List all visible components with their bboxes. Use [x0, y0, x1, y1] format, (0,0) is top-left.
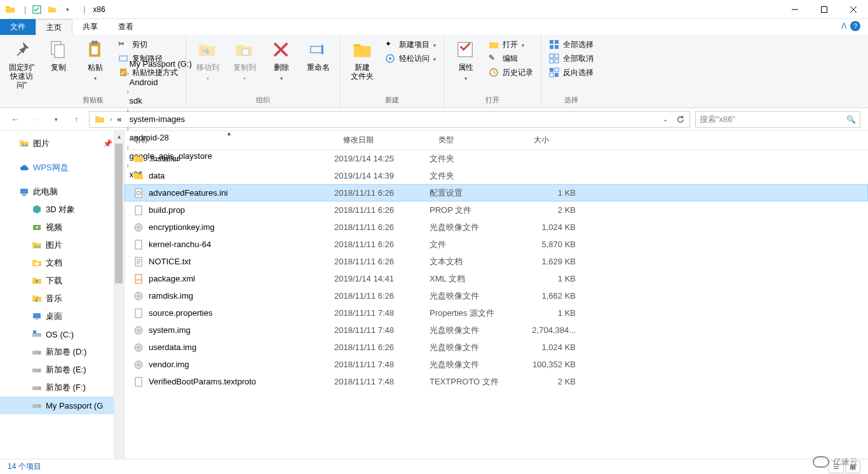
scroll-up-icon[interactable]: ▴ [114, 131, 124, 141]
new-item-button[interactable]: ✦新建项目 ▾ [381, 37, 440, 51]
file-type: 文本文档 [430, 256, 525, 267]
sidebar-item[interactable]: 新加卷 (D:) [0, 343, 124, 361]
file-row[interactable]: system.img2018/11/11 7:48光盘映像文件2,704,384… [125, 322, 868, 339]
file-type: 文件夹 [430, 153, 525, 165]
chevron-right-icon[interactable]: › [126, 107, 130, 114]
address-bar[interactable]: › « My Passport (G:)›Android›sdk›system-… [89, 111, 690, 128]
select-none-button[interactable]: 全部取消 [545, 51, 597, 65]
tab-view[interactable]: 查看 [108, 19, 144, 35]
svg-rect-21 [550, 40, 553, 44]
easy-access-button[interactable]: 轻松访问 ▾ [381, 51, 440, 65]
file-row[interactable]: ramdisk.img2018/11/11 6:26光盘映像文件1,662 KB [125, 287, 868, 304]
open-button[interactable]: 打开 ▾ [485, 37, 537, 51]
column-size[interactable]: 大小 [525, 131, 588, 149]
sidebar-scrollbar[interactable]: ▴ ▾ [114, 131, 124, 471]
breadcrumb-overflow[interactable]: « [113, 112, 125, 127]
file-date: 2018/11/11 6:26 [334, 257, 430, 266]
svg-point-56 [138, 226, 140, 228]
file-row[interactable]: .installer2019/1/14 14:25文件夹 [125, 150, 868, 167]
disc-icon [133, 291, 144, 301]
help-icon[interactable]: ? [850, 21, 860, 31]
sidebar-item-label: 下载 [46, 275, 62, 287]
tab-share[interactable]: 共享 [72, 19, 108, 35]
sidebar-item[interactable]: 文档 [0, 254, 124, 272]
paste-icon [85, 40, 105, 60]
recent-locations-button[interactable]: ▾ [48, 112, 64, 127]
qat-folder-icon[interactable] [45, 3, 59, 17]
sidebar-item[interactable]: 新加卷 (E:) [0, 361, 124, 379]
qat-dropdown-icon[interactable]: ▾ [60, 3, 74, 17]
maximize-button[interactable] [810, 0, 839, 19]
close-button[interactable] [839, 0, 868, 19]
file-row[interactable]: advancedFeatures.ini2018/11/11 6:26配置设置1… [125, 184, 868, 201]
svg-rect-31 [550, 73, 553, 77]
sidebar-item[interactable]: 桌面 [0, 308, 124, 325]
chevron-right-icon[interactable]: › [126, 70, 130, 77]
sidebar-item[interactable]: WPS网盘 [0, 159, 124, 177]
file-row[interactable]: data2019/1/14 14:39文件夹 [125, 167, 868, 184]
paste-button[interactable]: 粘贴 ▾ [78, 37, 113, 84]
cut-button[interactable]: ✂剪切 [114, 37, 182, 51]
file-row[interactable]: kernel-ranchu-642018/11/11 6:26文件5,870 K… [125, 236, 868, 253]
copy-to-button[interactable]: 复制到▾ [227, 37, 262, 84]
docs-icon [32, 258, 42, 268]
sidebar-item[interactable]: My Passport (G [0, 396, 124, 414]
new-folder-button[interactable]: 新建 文件夹 [344, 37, 380, 83]
breadcrumb-segment[interactable]: Android [126, 78, 216, 87]
file-row[interactable]: vendor.img2018/11/11 7:48光盘映像文件100,352 K… [125, 356, 868, 373]
scroll-thumb[interactable] [115, 144, 123, 283]
sidebar-item[interactable]: 此电脑 [0, 183, 124, 201]
file-row[interactable]: build.prop2018/11/11 6:26PROP 文件2 KB [125, 201, 868, 219]
svg-point-18 [389, 57, 391, 60]
sidebar-item[interactable]: 新加卷 (F:) [0, 379, 124, 396]
search-box[interactable]: 🔍 [695, 111, 860, 128]
file-row[interactable]: xmlpackage.xml2019/1/14 14:41XML 文档1 KB [125, 270, 868, 287]
svg-rect-22 [555, 40, 559, 44]
sidebar-item[interactable]: 3D 对象 [0, 201, 124, 219]
back-button[interactable]: ← [8, 112, 23, 127]
breadcrumb-root[interactable] [91, 112, 109, 127]
column-name[interactable]: ▲名称 [125, 131, 334, 149]
refresh-button[interactable] [673, 112, 688, 127]
tab-home[interactable]: 主页 [36, 19, 72, 35]
file-row[interactable]: encryptionkey.img2018/11/11 6:26光盘映像文件1,… [125, 219, 868, 236]
breadcrumb-segment[interactable]: sdk [126, 96, 216, 105]
svg-rect-24 [555, 45, 559, 49]
file-row[interactable]: source.properties2018/11/11 7:48Properti… [125, 304, 868, 322]
breadcrumb-segment[interactable]: My Passport (G:) [126, 59, 216, 69]
ribbon-collapse-icon[interactable]: ᐱ [841, 22, 846, 30]
properties-button[interactable]: 属性▾ [448, 37, 484, 84]
file-row[interactable]: VerifiedBootParams.textproto2018/11/11 7… [125, 373, 868, 390]
breadcrumb-segment[interactable]: system-images [126, 114, 216, 124]
qat-properties-icon[interactable] [30, 3, 44, 17]
column-date[interactable]: 修改日期 [334, 131, 430, 149]
delete-button[interactable]: 删除▾ [264, 37, 299, 84]
sidebar-item[interactable]: 图片📌 [0, 135, 124, 152]
file-icon [133, 377, 144, 387]
column-type[interactable]: 类型 [430, 131, 525, 149]
tab-file[interactable]: 文件 [0, 19, 36, 35]
svg-point-47 [39, 370, 40, 371]
search-input[interactable] [700, 114, 846, 124]
sidebar-item[interactable]: 下载 [0, 272, 124, 290]
forward-button[interactable]: → [28, 112, 43, 127]
sidebar-item[interactable]: 图片 [0, 236, 124, 254]
file-row[interactable]: userdata.img2018/11/11 6:26光盘映像文件1,024 K… [125, 339, 868, 356]
invert-selection-button[interactable]: 反向选择 [545, 65, 597, 79]
search-icon[interactable]: 🔍 [846, 115, 856, 124]
file-row[interactable]: NOTICE.txt2018/11/11 6:26文本文档1,629 KB [125, 253, 868, 270]
rename-button[interactable]: 重命名 [301, 37, 336, 74]
select-all-button[interactable]: 全部选择 [545, 37, 597, 51]
address-dropdown-icon[interactable]: ⌄ [658, 112, 673, 127]
history-button[interactable]: 历史记录 [485, 65, 537, 79]
sidebar-item[interactable]: 音乐 [0, 290, 124, 308]
up-button[interactable]: ↑ [69, 112, 84, 127]
pin-to-quick-access-button[interactable]: 固定到" 快速访问" [4, 37, 39, 92]
minimize-button[interactable] [780, 0, 810, 19]
sidebar-item[interactable]: 视频 [0, 219, 124, 236]
svg-point-68 [138, 329, 140, 331]
sidebar-item[interactable]: OS (C:) [0, 325, 124, 343]
copy-button[interactable]: 复制 [41, 37, 76, 74]
chevron-right-icon[interactable]: › [126, 88, 130, 95]
edit-button[interactable]: ✎编辑 [485, 51, 537, 65]
